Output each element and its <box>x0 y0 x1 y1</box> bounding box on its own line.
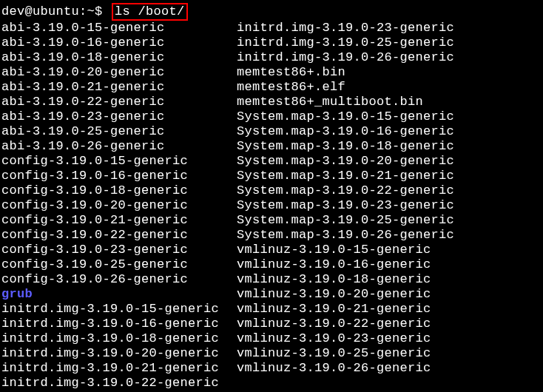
prompt-path: ~ <box>87 4 95 18</box>
file-entry: initrd.img-3.19.0-23-generic <box>237 21 454 36</box>
file-entry: System.map-3.19.0-20-generic <box>237 154 454 169</box>
file-entry: vmlinuz-3.19.0-25-generic <box>237 346 454 361</box>
file-entry: abi-3.19.0-20-generic <box>1 65 219 80</box>
terminal-prompt-line[interactable]: dev@ubuntu:~$ ls /boot/ <box>1 3 542 21</box>
directory-entry: grub <box>1 287 219 302</box>
file-entry: vmlinuz-3.19.0-15-generic <box>237 243 454 257</box>
file-entry: initrd.img-3.19.0-22-generic <box>1 376 219 391</box>
file-entry: abi-3.19.0-26-generic <box>1 139 219 154</box>
file-entry: memtest86+_multiboot.bin <box>237 95 454 109</box>
file-entry: config-3.19.0-18-generic <box>1 183 219 198</box>
file-entry: vmlinuz-3.19.0-21-generic <box>237 302 454 317</box>
file-entry: initrd.img-3.19.0-16-generic <box>1 317 219 331</box>
file-entry: config-3.19.0-22-generic <box>1 228 219 243</box>
file-entry: initrd.img-3.19.0-21-generic <box>1 361 219 376</box>
file-entry: initrd.img-3.19.0-20-generic <box>1 346 219 361</box>
file-entry: System.map-3.19.0-26-generic <box>237 228 454 243</box>
command-highlight: ls /boot/ <box>112 3 188 21</box>
file-entry: abi-3.19.0-25-generic <box>1 124 219 139</box>
file-entry: config-3.19.0-21-generic <box>1 213 219 228</box>
file-entry: initrd.img-3.19.0-25-generic <box>237 36 454 50</box>
file-entry: abi-3.19.0-16-generic <box>1 36 219 50</box>
file-entry: config-3.19.0-23-generic <box>1 243 219 257</box>
file-entry: System.map-3.19.0-18-generic <box>237 139 454 154</box>
prompt-symbol: $ <box>95 4 103 18</box>
file-entry: System.map-3.19.0-21-generic <box>237 169 454 183</box>
ls-output: abi-3.19.0-15-genericabi-3.19.0-16-gener… <box>1 21 542 391</box>
file-entry: memtest86+.elf <box>237 80 454 95</box>
prompt-separator: : <box>79 4 87 18</box>
file-entry: System.map-3.19.0-22-generic <box>237 183 454 198</box>
file-entry: abi-3.19.0-22-generic <box>1 95 219 109</box>
file-entry: initrd.img-3.19.0-15-generic <box>1 302 219 317</box>
prompt-user-host: dev@ubuntu <box>1 4 79 18</box>
file-entry: System.map-3.19.0-16-generic <box>237 124 454 139</box>
file-entry: config-3.19.0-16-generic <box>1 169 219 183</box>
file-entry: initrd.img-3.19.0-26-generic <box>237 50 454 65</box>
file-entry: config-3.19.0-20-generic <box>1 198 219 213</box>
file-entry: abi-3.19.0-18-generic <box>1 50 219 65</box>
file-entry: vmlinuz-3.19.0-23-generic <box>237 331 454 346</box>
file-entry: System.map-3.19.0-15-generic <box>237 109 454 124</box>
output-column-1: abi-3.19.0-15-genericabi-3.19.0-16-gener… <box>1 21 219 391</box>
file-entry: abi-3.19.0-21-generic <box>1 80 219 95</box>
file-entry: config-3.19.0-26-generic <box>1 272 219 287</box>
file-entry: System.map-3.19.0-23-generic <box>237 198 454 213</box>
file-entry: config-3.19.0-25-generic <box>1 257 219 272</box>
file-entry: vmlinuz-3.19.0-26-generic <box>237 361 454 376</box>
file-entry: abi-3.19.0-23-generic <box>1 109 219 124</box>
file-entry: initrd.img-3.19.0-18-generic <box>1 331 219 346</box>
file-entry: config-3.19.0-15-generic <box>1 154 219 169</box>
file-entry: memtest86+.bin <box>237 65 454 80</box>
file-entry: System.map-3.19.0-25-generic <box>237 213 454 228</box>
file-entry: vmlinuz-3.19.0-20-generic <box>237 287 454 302</box>
file-entry: vmlinuz-3.19.0-18-generic <box>237 272 454 287</box>
output-column-2: initrd.img-3.19.0-23-genericinitrd.img-3… <box>237 21 454 391</box>
file-entry: vmlinuz-3.19.0-22-generic <box>237 317 454 331</box>
file-entry: abi-3.19.0-15-generic <box>1 21 219 36</box>
file-entry: vmlinuz-3.19.0-16-generic <box>237 257 454 272</box>
